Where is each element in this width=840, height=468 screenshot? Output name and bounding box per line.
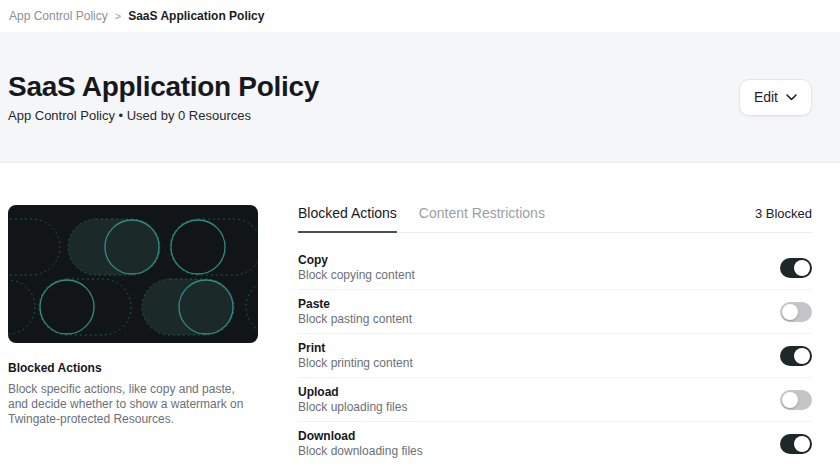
action-row-text: Print Block printing content bbox=[298, 341, 413, 370]
action-toggle-print[interactable] bbox=[780, 346, 812, 366]
tab-content-restrictions[interactable]: Content Restrictions bbox=[419, 205, 545, 233]
action-name: Copy bbox=[298, 253, 415, 267]
info-panel-description: Block specific actions, like copy and pa… bbox=[8, 382, 258, 427]
action-name: Upload bbox=[298, 385, 407, 399]
action-row-text: Copy Block copying content bbox=[298, 253, 415, 282]
page-header: SaaS Application Policy App Control Poli… bbox=[0, 32, 840, 163]
action-description: Block pasting content bbox=[298, 312, 412, 326]
page-title: SaaS Application Policy bbox=[8, 71, 319, 103]
main-content: Blocked Actions Block specific actions, … bbox=[0, 163, 840, 465]
info-panel: Blocked Actions Block specific actions, … bbox=[8, 205, 258, 465]
action-toggle-upload[interactable] bbox=[780, 390, 812, 410]
edit-button-label: Edit bbox=[754, 89, 778, 105]
action-toggle-download[interactable] bbox=[780, 434, 812, 454]
action-toggle-paste[interactable] bbox=[780, 302, 812, 322]
action-row: Download Block downloading files bbox=[298, 422, 812, 465]
action-row-text: Upload Block uploading files bbox=[298, 385, 407, 414]
action-row-text: Download Block downloading files bbox=[298, 429, 423, 458]
action-description: Block downloading files bbox=[298, 444, 423, 458]
toggle-knob bbox=[782, 304, 798, 320]
action-row-text: Paste Block pasting content bbox=[298, 297, 412, 326]
page-subtitle: App Control Policy • Used by 0 Resources bbox=[8, 108, 319, 123]
action-name: Paste bbox=[298, 297, 412, 311]
toggle-knob bbox=[782, 392, 798, 408]
blocked-actions-illustration bbox=[8, 205, 258, 343]
settings-panel: Blocked Actions Content Restrictions 3 B… bbox=[298, 205, 812, 465]
action-toggle-copy[interactable] bbox=[780, 258, 812, 278]
page-header-text: SaaS Application Policy App Control Poli… bbox=[8, 71, 319, 123]
toggle-knob bbox=[794, 436, 810, 452]
action-row: Paste Block pasting content bbox=[298, 290, 812, 334]
breadcrumb-item-app-control-policy[interactable]: App Control Policy bbox=[9, 9, 108, 23]
action-list: Copy Block copying content Paste Block p… bbox=[298, 233, 812, 465]
toggles-illustration-graphic bbox=[8, 205, 258, 343]
breadcrumb-item-current: SaaS Application Policy bbox=[128, 9, 264, 23]
saas-application-policy-page: App Control Policy > SaaS Application Po… bbox=[0, 0, 840, 465]
breadcrumb: App Control Policy > SaaS Application Po… bbox=[9, 9, 264, 23]
action-row: Print Block printing content bbox=[298, 334, 812, 378]
action-row: Upload Block uploading files bbox=[298, 378, 812, 422]
edit-button[interactable]: Edit bbox=[739, 79, 812, 116]
action-name: Print bbox=[298, 341, 413, 355]
toggle-knob bbox=[794, 348, 810, 364]
action-description: Block printing content bbox=[298, 356, 413, 370]
action-row: Copy Block copying content bbox=[298, 246, 812, 290]
action-description: Block copying content bbox=[298, 268, 415, 282]
tab-blocked-actions[interactable]: Blocked Actions bbox=[298, 205, 397, 233]
chevron-down-icon bbox=[786, 94, 797, 101]
breadcrumb-bar: App Control Policy > SaaS Application Po… bbox=[0, 0, 840, 32]
action-description: Block uploading files bbox=[298, 400, 407, 414]
blocked-count-label: 3 Blocked bbox=[755, 205, 812, 221]
info-panel-heading: Blocked Actions bbox=[8, 361, 258, 375]
breadcrumb-separator-icon: > bbox=[115, 10, 121, 22]
tabs: Blocked Actions Content Restrictions bbox=[298, 205, 545, 232]
toggle-knob bbox=[794, 260, 810, 276]
tabs-row: Blocked Actions Content Restrictions 3 B… bbox=[298, 205, 812, 233]
action-name: Download bbox=[298, 429, 423, 443]
